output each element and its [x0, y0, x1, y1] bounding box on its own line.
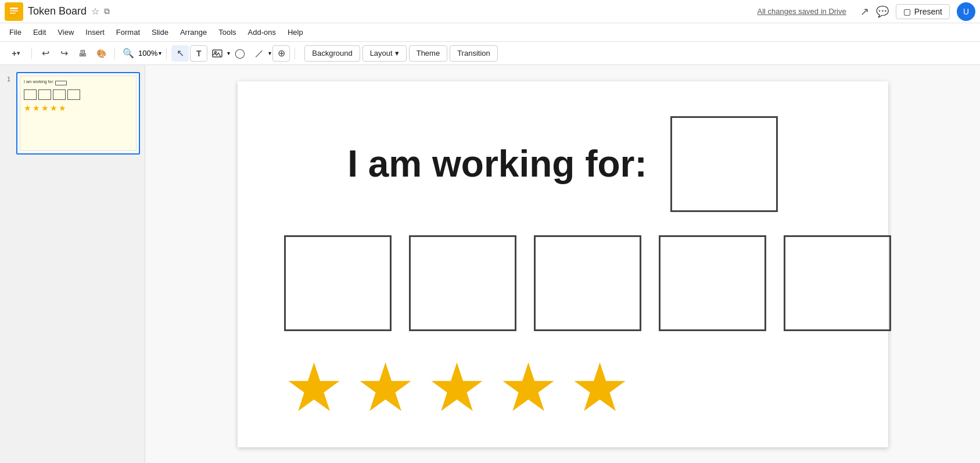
drive-status: All changes saved in Drive — [758, 7, 846, 16]
menu-insert[interactable]: Insert — [81, 26, 109, 39]
separator-4 — [295, 48, 295, 59]
background-button[interactable]: Background — [304, 45, 360, 62]
thumb-stars-row: ★ ★ ★ ★ ★ — [24, 103, 66, 113]
token-box-4[interactable] — [659, 235, 766, 331]
thumb-token-box-3 — [53, 89, 66, 100]
thumb-token-boxes — [24, 89, 80, 100]
layout-arrow-icon: ▾ — [395, 49, 399, 58]
slide-thumbnail-1[interactable]: 1 I am working for: ★ ★ ★ ★ ★ — [16, 72, 140, 155]
comment-icon[interactable]: 💬 — [876, 5, 889, 18]
analytics-icon[interactable]: ↗ — [860, 5, 869, 18]
thumb-star-3: ★ — [41, 103, 49, 113]
toolbar-zoom-group: 🔍 100% ▾ — [120, 45, 161, 62]
menu-tools[interactable]: Tools — [214, 26, 240, 39]
image-dropdown-icon[interactable]: ▾ — [227, 50, 230, 56]
zoom-value[interactable]: 100% — [138, 49, 157, 58]
toolbar-slide-options: Background Layout ▾ Theme Transition — [304, 45, 498, 62]
doc-title[interactable]: Token Board — [28, 5, 87, 17]
separator-2 — [114, 48, 115, 59]
menu-edit[interactable]: Edit — [28, 26, 51, 39]
present-screen-icon: ▢ — [903, 7, 911, 16]
slide-number-1: 1 — [7, 76, 10, 82]
main-area: 1 I am working for: ★ ★ ★ ★ ★ — [0, 65, 980, 463]
thumb-star-4: ★ — [50, 103, 58, 113]
working-for-row: I am working for: — [272, 116, 853, 212]
svg-point-5 — [215, 51, 217, 53]
thumb-reward-box — [55, 81, 67, 85]
token-box-3[interactable] — [534, 235, 641, 331]
menu-slide[interactable]: Slide — [147, 26, 173, 39]
toolbar-add-group: + ▾ — [5, 45, 27, 62]
avatar[interactable]: U — [957, 2, 975, 21]
slide-panel: 1 I am working for: ★ ★ ★ ★ ★ — [0, 65, 145, 463]
thumb-star-5: ★ — [59, 103, 66, 113]
cursor-tool[interactable]: ↖ — [171, 45, 189, 62]
layout-label: Layout — [370, 49, 393, 58]
svg-rect-3 — [10, 13, 16, 14]
stars-row: ★ ★ ★ ★ ★ — [272, 354, 853, 421]
undo-button[interactable]: ↩ — [37, 45, 54, 62]
separator-1 — [31, 48, 32, 59]
thumb-token-box-2 — [38, 89, 51, 100]
header-right: ↗ 💬 ▢ Present U — [860, 2, 975, 21]
star-5[interactable]: ★ — [570, 354, 630, 421]
menu-view[interactable]: View — [53, 26, 78, 39]
menu-arrange[interactable]: Arrange — [175, 26, 211, 39]
print-button[interactable]: 🖶 — [74, 45, 91, 62]
star-1[interactable]: ★ — [284, 354, 344, 421]
token-box-2[interactable] — [409, 235, 516, 331]
separator-3 — [166, 48, 167, 59]
thumb-working-row: I am working for: — [24, 80, 67, 86]
layout-button[interactable]: Layout ▾ — [362, 45, 407, 62]
menu-format[interactable]: Format — [112, 26, 145, 39]
token-boxes-row — [272, 235, 853, 331]
star-4[interactable]: ★ — [498, 354, 558, 421]
thumb-token-box-1 — [24, 89, 37, 100]
thumb-title-text: I am working for: — [24, 80, 54, 84]
folder-icon[interactable]: ⧉ — [104, 6, 110, 16]
thumb-star-2: ★ — [33, 103, 40, 113]
present-button[interactable]: ▢ Present — [896, 4, 950, 19]
add-button[interactable]: + ▾ — [5, 45, 27, 62]
svg-rect-1 — [10, 8, 18, 9]
token-box-1[interactable] — [284, 235, 392, 331]
zoom-button[interactable]: 🔍 — [120, 45, 137, 62]
thumb-content: I am working for: ★ ★ ★ ★ ★ — [20, 76, 137, 151]
canvas-area[interactable]: I am working for: ★ ★ ★ ★ ★ — [145, 65, 980, 463]
star-3[interactable]: ★ — [427, 354, 487, 421]
slide-canvas: I am working for: ★ ★ ★ ★ ★ — [238, 81, 888, 447]
menu-bar: File Edit View Insert Format Slide Arran… — [0, 23, 980, 42]
image-tool[interactable] — [209, 45, 226, 62]
present-label: Present — [914, 7, 942, 16]
title-bar: Token Board ☆ ⧉ All changes saved in Dri… — [0, 0, 980, 23]
line-tool[interactable]: — — [247, 41, 271, 65]
app-icon — [5, 2, 23, 21]
transition-button[interactable]: Transition — [450, 45, 498, 62]
toolbar-tools-group: ↖ T ▾ ◯ — ▾ ⊕ — [171, 45, 290, 62]
menu-help[interactable]: Help — [283, 26, 308, 39]
toolbar: + ▾ ↩ ↪ 🖶 🎨 🔍 100% ▾ ↖ T ▾ ◯ — ▾ ⊕ Back — [0, 42, 980, 65]
thumb-star-1: ★ — [24, 103, 31, 113]
paint-format-button[interactable]: 🎨 — [92, 45, 110, 62]
add-icon: + — [12, 49, 16, 58]
svg-rect-2 — [10, 10, 18, 12]
zoom-dropdown-icon[interactable]: ▾ — [159, 50, 161, 56]
toolbar-history-group: ↩ ↪ 🖶 🎨 — [37, 45, 110, 62]
thumb-token-box-4 — [67, 89, 80, 100]
reward-box[interactable] — [670, 116, 778, 212]
menu-addons[interactable]: Add-ons — [243, 26, 281, 39]
star-2[interactable]: ★ — [356, 354, 415, 421]
title-icons: ☆ ⧉ — [91, 6, 110, 17]
add-dropdown-icon: ▾ — [17, 50, 20, 56]
addshape-tool[interactable]: ⊕ — [272, 45, 290, 62]
text-tool[interactable]: T — [190, 45, 207, 62]
menu-file[interactable]: File — [5, 26, 26, 39]
shape-tool[interactable]: ◯ — [231, 45, 249, 62]
token-box-5[interactable] — [784, 235, 891, 331]
working-for-text[interactable]: I am working for: — [347, 142, 647, 185]
star-icon[interactable]: ☆ — [91, 6, 99, 17]
theme-button[interactable]: Theme — [409, 45, 447, 62]
redo-button[interactable]: ↪ — [55, 45, 73, 62]
